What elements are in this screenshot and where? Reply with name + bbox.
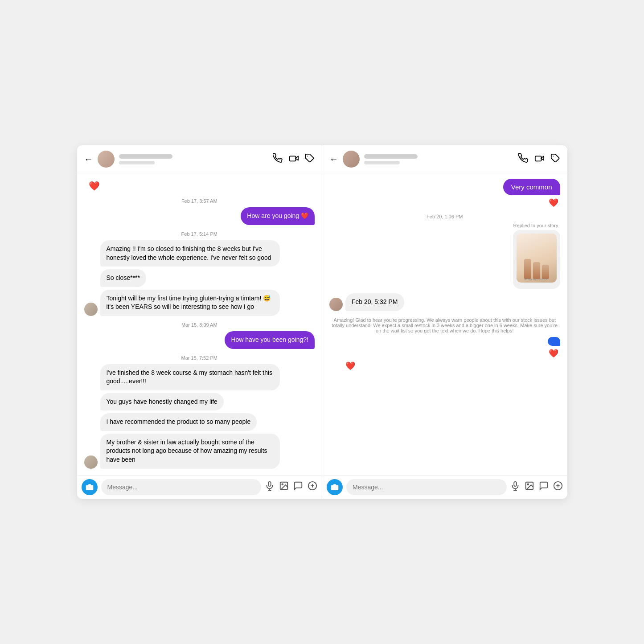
msg-row-recv-right-1: Feb 20, 5:32 PM: [329, 293, 560, 311]
bubble-recv-5: You guys have honestly changed my life: [100, 393, 224, 411]
svg-rect-4: [268, 482, 271, 486]
msg-row-recv-4: I've finished the 8 week course & my sto…: [84, 364, 315, 390]
story-reply-row: Replied to your story: [329, 223, 560, 291]
input-icons-right: [510, 481, 563, 493]
input-bar-left: [77, 475, 322, 499]
bubble-recv-2: So close****: [100, 269, 147, 287]
mic-icon-left[interactable]: [265, 481, 275, 493]
tag-icon-right[interactable]: [550, 153, 560, 165]
header-icons-right: [518, 153, 560, 165]
heart-reaction-sent: ❤️: [549, 198, 560, 208]
msg-row-very-common: Very common: [329, 179, 560, 195]
svg-rect-0: [290, 156, 296, 161]
reaction-blue-1: ❤️: [329, 349, 560, 358]
phone-icon-right[interactable]: [518, 153, 528, 165]
bubble-recv-4: I've finished the 8 week course & my sto…: [100, 364, 280, 390]
chat-panel-right: ←: [322, 145, 567, 498]
input-icons-left: [265, 481, 317, 493]
svg-rect-16: [514, 482, 517, 486]
msg-row-sent-2: How have you been going?!: [84, 331, 315, 349]
bubble-recv-1: Amazing !! I'm so closed to finishing th…: [100, 240, 280, 267]
speech-icon-right[interactable]: [539, 481, 549, 493]
gallery-icon-left[interactable]: [279, 481, 289, 493]
chat-panel-left: ←: [77, 145, 323, 498]
chat-header-left: ←: [77, 145, 322, 173]
timestamp-right-2: Amazing! Glad to hear you're progressing…: [329, 317, 560, 333]
svg-rect-12: [535, 156, 541, 161]
timestamp-3: Mar 15, 8:09 AM: [84, 322, 315, 328]
svg-point-8: [282, 484, 283, 485]
reaction-sent-heart: ❤️: [329, 198, 560, 208]
bubble-sent-blue: [548, 337, 560, 346]
msg-row-recv-2: So close****: [84, 269, 315, 287]
video-icon-right[interactable]: [534, 153, 544, 165]
header-icons-left: [273, 153, 315, 165]
chat-body-right: Very common ❤️ Feb 20, 1:06 PM Replied t…: [322, 173, 567, 475]
phone-icon-left[interactable]: [273, 153, 283, 165]
timestamp-right-1: Feb 20, 1:06 PM: [329, 214, 560, 219]
chat-body-left: ❤️ Feb 17, 3:57 AM How are you going ❤️ …: [77, 173, 322, 475]
bubble-recv-7: My brother & sister in law actually boug…: [100, 434, 280, 469]
msg-row-recv-5: You guys have honestly changed my life: [84, 393, 315, 411]
message-input-left[interactable]: [101, 479, 262, 495]
avatar-recv-7: [84, 455, 98, 469]
timestamp-4: Mar 15, 7:52 PM: [84, 355, 315, 361]
msg-row-recv-7: My brother & sister in law actually boug…: [84, 434, 315, 469]
reaction-blue-2: ❤️: [329, 361, 560, 371]
header-name-right: [364, 154, 514, 164]
heart-reaction-blue-2: ❤️: [345, 361, 355, 371]
mic-icon-right[interactable]: [510, 481, 520, 493]
msg-row-recv-3: Tonight will be my first time trying glu…: [84, 290, 315, 316]
gallery-icon-right[interactable]: [525, 481, 534, 493]
avatar-right: [343, 151, 360, 168]
chat-header-right: ←: [322, 145, 567, 173]
message-input-right[interactable]: [346, 479, 507, 495]
msg-row-sent-1: How are you going ❤️: [84, 207, 315, 225]
msg-row-recv-1: Amazing !! I'm so closed to finishing th…: [84, 240, 315, 267]
avatar-recv-right-1: [329, 298, 343, 311]
bubble-sent-1: How are you going ❤️: [241, 207, 315, 225]
story-image-preview: when we restock!: [517, 234, 557, 283]
plus-icon-left[interactable]: [308, 481, 317, 493]
avatar-recv-3: [84, 303, 98, 316]
timestamp-2: Feb 17, 5:14 PM: [84, 231, 315, 237]
avatar-left: [98, 151, 115, 168]
story-reply-label: Replied to your story: [513, 223, 560, 228]
plus-icon-right[interactable]: [553, 481, 563, 493]
back-button-left[interactable]: ←: [84, 154, 93, 164]
video-icon-left[interactable]: [289, 153, 299, 165]
heart-reaction-blue-1: ❤️: [549, 349, 560, 358]
heart-reaction-left: ❤️: [89, 180, 315, 191]
bubble-sent-2: How have you been going?!: [225, 331, 315, 349]
header-name-left: [119, 154, 269, 164]
msg-row-recv-6: I have recommended the product to so man…: [84, 413, 315, 431]
bubble-very-common: Very common: [503, 179, 560, 195]
bubble-recv-right-1: Feb 20, 5:32 PM: [345, 293, 404, 311]
speech-icon-left[interactable]: [293, 481, 303, 493]
camera-button-right[interactable]: [327, 479, 343, 495]
bubble-recv-3: Tonight will be my first time trying glu…: [100, 290, 280, 316]
back-button-right[interactable]: ←: [329, 154, 338, 164]
input-bar-right: [322, 475, 567, 499]
story-bubble-wrap: when we restock!: [513, 230, 560, 291]
svg-point-20: [527, 484, 529, 485]
tag-icon-left[interactable]: [305, 153, 315, 165]
camera-button-left[interactable]: [82, 479, 98, 495]
msg-row-sent-blue: [329, 337, 560, 346]
timestamp-1: Feb 17, 3:57 AM: [84, 198, 315, 204]
bubble-recv-6: I have recommended the product to so man…: [100, 413, 257, 431]
